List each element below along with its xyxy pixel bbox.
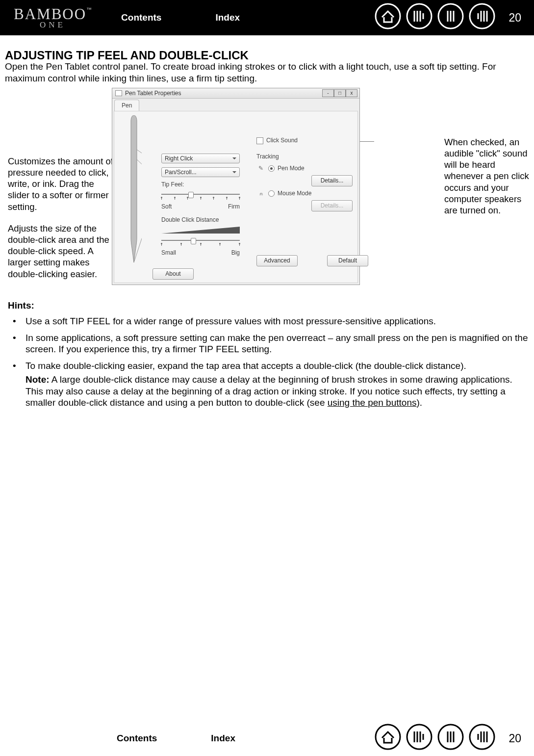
hints-section: Hints: Use a soft TIP FEEL for a wider r… xyxy=(8,300,529,414)
svg-point-29 xyxy=(470,725,494,749)
index-link[interactable]: Index xyxy=(215,12,240,24)
svg-marker-18 xyxy=(161,227,240,234)
logo-tm: ™ xyxy=(86,6,92,12)
svg-point-19 xyxy=(376,725,400,749)
nav-icons-bottom: 20 xyxy=(374,723,526,754)
top-navbar: BAMBOO™ ONE Contents Index 20 xyxy=(0,0,534,35)
prev-page-icon[interactable] xyxy=(437,723,464,754)
nav-icons: 20 xyxy=(374,2,526,33)
pen-button-upper-combo[interactable]: Right Click xyxy=(161,154,240,163)
pen-illustration xyxy=(126,115,142,277)
home-icon[interactable] xyxy=(374,723,402,754)
click-sound-checkbox[interactable]: Click Sound xyxy=(256,137,355,144)
tab-pen[interactable]: Pen xyxy=(114,100,139,111)
radio-icon xyxy=(268,165,275,172)
annotation-tipfeel: Customizes the amount of pressure needed… xyxy=(8,156,113,212)
index-link-bottom[interactable]: Index xyxy=(211,732,235,744)
svg-point-20 xyxy=(407,725,432,749)
minimize-icon[interactable]: - xyxy=(322,89,334,97)
mouse-mode-radio[interactable]: ⍝ Mouse Mode xyxy=(256,189,355,197)
note-label: Note: xyxy=(25,374,50,385)
mouse-mode-label: Mouse Mode xyxy=(278,190,311,197)
checkbox-icon xyxy=(256,137,263,144)
tip-feel-firm-label: Firm xyxy=(228,203,240,210)
window-title: Pen Tablet Properties xyxy=(125,90,181,97)
double-click-distance-slider[interactable] xyxy=(161,237,240,243)
close-icon[interactable]: x xyxy=(346,89,357,97)
svg-point-1 xyxy=(407,4,432,28)
contents-link-bottom[interactable]: Contents xyxy=(117,732,157,744)
hints-heading: Hints: xyxy=(8,300,34,311)
pen-mode-icon: ✎ xyxy=(256,164,265,172)
first-page-icon[interactable] xyxy=(406,2,433,33)
hint-item: Use a soft TIP FEEL for a wider range of… xyxy=(8,315,529,327)
pen-mode-radio[interactable]: ✎ Pen Mode xyxy=(256,164,355,172)
bottom-navbar: Contents Index 20 xyxy=(0,721,534,756)
hint-item: In some applications, a soft pressure se… xyxy=(8,332,529,356)
default-button[interactable]: Default xyxy=(327,255,368,266)
page-number-bottom: 20 xyxy=(509,731,521,746)
about-button[interactable]: About xyxy=(153,268,194,280)
dc-big-label: Big xyxy=(231,249,240,257)
annotation-clicksound: When checked, an audible "click" sound w… xyxy=(444,136,530,216)
first-page-icon[interactable] xyxy=(406,723,433,754)
app-icon xyxy=(115,90,122,96)
svg-line-15 xyxy=(137,150,142,163)
using-pen-buttons-link[interactable]: using the pen buttons xyxy=(328,397,417,408)
pen-tablet-properties-window: Pen Tablet Properties - □ x Pen Right Cl… xyxy=(112,88,360,285)
tip-feel-soft-label: Soft xyxy=(161,203,172,210)
double-click-distance-indicator xyxy=(161,226,240,235)
svg-point-10 xyxy=(470,4,494,28)
hint-item: To make double-clicking easier, expand t… xyxy=(8,360,529,409)
pen-mode-details-button[interactable]: Details... xyxy=(311,175,353,186)
mouse-mode-details-button[interactable]: Details... xyxy=(311,200,353,211)
contents-link[interactable]: Contents xyxy=(121,12,161,24)
tracking-heading: Tracking xyxy=(256,153,355,160)
tip-feel-slider[interactable] xyxy=(161,191,240,197)
pen-button-lower-combo[interactable]: Pan/Scroll... xyxy=(161,167,240,177)
dc-small-label: Small xyxy=(161,249,176,257)
maximize-icon[interactable]: □ xyxy=(334,89,346,97)
annotation-doubleclick: Adjusts the size of the double-click are… xyxy=(8,223,113,280)
page-number-top: 20 xyxy=(509,11,521,25)
advanced-button[interactable]: Advanced xyxy=(256,255,298,266)
tip-feel-label: Tip Feel: xyxy=(161,181,247,188)
logo: BAMBOO™ ONE xyxy=(14,6,92,29)
svg-point-0 xyxy=(376,4,400,28)
home-icon[interactable] xyxy=(374,2,402,33)
click-sound-label: Click Sound xyxy=(266,137,298,144)
svg-line-16 xyxy=(137,159,142,178)
next-page-icon[interactable] xyxy=(468,723,496,754)
mouse-mode-icon: ⍝ xyxy=(256,189,265,197)
logo-text: BAMBOO xyxy=(14,5,86,23)
radio-icon xyxy=(268,190,275,197)
prev-page-icon[interactable] xyxy=(437,2,464,33)
window-titlebar: Pen Tablet Properties - □ x xyxy=(112,88,359,99)
double-click-distance-label: Double Click Distance xyxy=(161,216,247,224)
intro-paragraph: Open the Pen Tablet control panel. To cr… xyxy=(5,61,529,84)
next-page-icon[interactable] xyxy=(468,2,496,33)
pen-mode-label: Pen Mode xyxy=(278,165,305,172)
